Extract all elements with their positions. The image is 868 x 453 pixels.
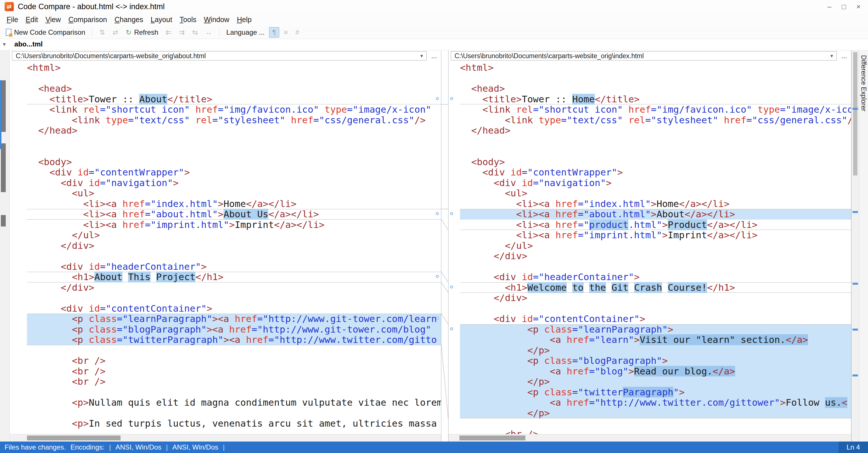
code-line <box>27 136 441 147</box>
code-line <box>460 73 851 84</box>
right-code-area[interactable]: <html> <head> <title>Tower :: Home</titl… <box>448 61 851 434</box>
right-vscrollbar[interactable] <box>851 51 859 442</box>
menu-item-view[interactable]: View <box>41 15 65 24</box>
diff-scroll-mark[interactable] <box>852 375 858 377</box>
difference-explorer-tab[interactable]: Difference Explorer <box>859 51 868 442</box>
code-line: <div id="headerContainer"> <box>460 272 851 282</box>
code-line: <li><a href="about.html">About</a></li> <box>460 209 851 220</box>
next-change-button[interactable]: ⇄ <box>110 28 121 37</box>
previous-change-button[interactable]: ⇅ <box>96 28 108 37</box>
code-line: <a href="blog">Read our blog.</a> <box>460 366 851 377</box>
menu-bar: FileEditViewComparisonChangesLayoutTools… <box>0 13 868 26</box>
merge-change-marker-icon[interactable] <box>436 212 439 215</box>
merge-change-marker-icon[interactable] <box>436 97 439 100</box>
window-title: Code Compare - about.html <-> index.html <box>18 2 165 11</box>
tab-list-dropdown-icon[interactable]: ▾ <box>3 41 6 47</box>
copy-to-right-button[interactable]: ⇉ <box>176 28 188 37</box>
status-separator: | <box>166 443 167 451</box>
diff-map-block[interactable] <box>1 215 6 226</box>
right-file-path-combo[interactable]: C:\Users\brunobrito\Documents\carparts-w… <box>451 51 837 61</box>
menu-item-tools[interactable]: Tools <box>176 15 200 24</box>
code-line <box>27 251 441 261</box>
toolbar-separator <box>92 28 92 36</box>
code-line: </head> <box>460 125 851 136</box>
diff-scroll-mark[interactable] <box>852 211 858 213</box>
left-file-path: C:\Users\brunobrito\Documents\carparts-w… <box>16 52 206 60</box>
diff-scroll-mark[interactable] <box>852 329 858 331</box>
code-line: <br /> <box>27 366 441 377</box>
left-path-row: C:\Users\brunobrito\Documents\carparts-w… <box>10 51 441 61</box>
chevron-down-icon[interactable]: ▾ <box>417 53 423 59</box>
status-bar: Files have changes. Encodings: | ANSI, W… <box>0 442 868 453</box>
left-hscrollbar-thumb[interactable] <box>27 435 121 441</box>
code-line: <li><a href="imprint.html">Imprint</a></… <box>460 230 851 240</box>
code-line: <title>Tower :: About</title> <box>27 94 441 105</box>
swap-sides-button[interactable]: ⇆ <box>189 28 201 37</box>
code-line: <link rel="shortcut icon" href="img/favi… <box>460 104 851 115</box>
minimize-button[interactable]: – <box>827 3 831 11</box>
left-overview-ruler[interactable] <box>0 51 10 442</box>
right-vscrollbar-thumb[interactable] <box>853 52 857 175</box>
difference-explorer-label: Difference Explorer <box>860 55 867 442</box>
menu-item-changes[interactable]: Changes <box>111 15 147 24</box>
merge-button[interactable]: ↔ <box>203 28 215 37</box>
code-line: </p> <box>460 377 851 387</box>
restore-button[interactable]: □ <box>842 3 846 11</box>
code-line: <h1>About This Project</h1> <box>27 272 441 282</box>
code-line: <div id="contentContainer"> <box>460 314 851 324</box>
new-code-comparison-button[interactable]: New Code Comparison <box>3 28 88 37</box>
language-menu[interactable]: Language ... <box>223 28 268 37</box>
menu-item-window[interactable]: Window <box>200 15 233 24</box>
menu-item-file[interactable]: File <box>3 15 22 24</box>
left-browse-button[interactable]: ... <box>430 52 439 60</box>
left-encoding[interactable]: ANSI, Win/Dos <box>115 443 161 451</box>
menu-item-help[interactable]: Help <box>233 15 255 24</box>
code-line: <h1>Welcome to the Git Crash Course!</h1… <box>460 282 851 293</box>
refresh-button[interactable]: ↻Refresh <box>123 28 161 37</box>
close-button[interactable]: × <box>856 3 861 11</box>
chevron-down-icon[interactable]: ▾ <box>828 53 833 59</box>
diff-map-block[interactable] <box>1 80 6 132</box>
right-pane: C:\Users\brunobrito\Documents\carparts-w… <box>448 51 851 442</box>
right-hscrollbar[interactable] <box>448 434 851 442</box>
left-hscrollbar[interactable] <box>10 434 441 442</box>
merge-change-marker-icon[interactable] <box>450 327 453 330</box>
left-pane: C:\Users\brunobrito\Documents\carparts-w… <box>10 51 441 442</box>
menu-item-layout[interactable]: Layout <box>147 15 176 24</box>
code-line: <head> <box>460 84 851 94</box>
code-line <box>460 261 851 272</box>
title-bar: ⇄ Code Compare - about.html <-> index.ht… <box>0 0 868 13</box>
menu-item-comparison[interactable]: Comparison <box>65 15 111 24</box>
code-line: <link type="text/css" rel="stylesheet" h… <box>460 115 851 126</box>
diff-scroll-mark[interactable] <box>852 283 858 285</box>
right-encoding[interactable]: ANSI, Win/Dos <box>173 443 218 451</box>
copy-to-right-button-icon: ⇉ <box>179 28 185 36</box>
left-file-path-combo[interactable]: C:\Users\brunobrito\Documents\carparts-w… <box>12 51 427 61</box>
document-tab-label: abo...tml <box>14 40 43 48</box>
merge-change-marker-icon[interactable] <box>450 212 453 215</box>
word-wrap-toggle[interactable]: ≡ <box>281 28 291 37</box>
left-code-area[interactable]: <html> <head> <title>Tower :: About</tit… <box>10 61 441 434</box>
code-line <box>460 136 851 147</box>
copy-to-left-button[interactable]: ⇇ <box>163 28 174 37</box>
show-whitespace-toggle[interactable]: ¶ <box>269 27 279 38</box>
right-hscrollbar-thumb[interactable] <box>459 435 525 441</box>
merge-change-marker-icon[interactable] <box>450 286 453 288</box>
merge-change-marker-icon[interactable] <box>436 275 439 278</box>
right-browse-button[interactable]: ... <box>840 52 849 60</box>
app-icon: ⇄ <box>5 2 14 11</box>
diff-scroll-mark[interactable] <box>852 108 858 110</box>
merge-change-marker-icon[interactable] <box>436 317 439 320</box>
diff-map-block[interactable] <box>1 143 6 192</box>
menu-item-edit[interactable]: Edit <box>22 15 41 24</box>
code-line: <link rel="shortcut icon" href="img/favi… <box>27 104 441 115</box>
code-line: <br /> <box>27 377 441 387</box>
document-tab[interactable]: abo...tml <box>9 39 49 50</box>
code-line: <body> <box>460 157 851 167</box>
line-numbers-toggle[interactable]: # <box>292 28 302 37</box>
merge-change-marker-icon[interactable] <box>450 97 453 100</box>
diff-connectors <box>441 51 448 442</box>
status-separator: | <box>223 443 225 451</box>
code-line: </div> <box>460 251 851 261</box>
next-change-button-icon: ⇄ <box>113 28 118 36</box>
